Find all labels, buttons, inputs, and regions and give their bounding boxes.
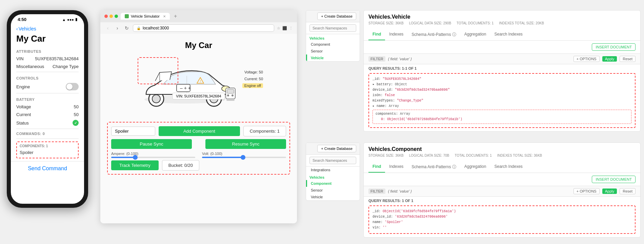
vehicle-item-bottom[interactable]: Vehicle [306, 194, 360, 200]
add-component-button[interactable]: Add Component [159, 126, 240, 136]
vehicle-document: _id: "5UXFE83578L342684" ▸ battery: Obje… [368, 73, 636, 128]
send-command-button[interactable]: Send Command [11, 161, 84, 176]
vehicle-collection-meta: STORAGE SIZE: 36KB LOGICAL DATA SIZE: 29… [368, 21, 636, 25]
slider-row: Ampere: (0-100) Volt: (0-100) [111, 152, 286, 158]
tab-indexes-top[interactable]: Indexes [385, 30, 407, 40]
ampere-thumb[interactable] [133, 155, 138, 160]
tab-schema-top[interactable]: Schema Anti-Patterns ⓘ [407, 30, 460, 40]
tab-find-top[interactable]: Find [368, 30, 385, 40]
controls-area: Add Component Components: 1 Pause Sync R… [107, 122, 290, 175]
search-ns-top [306, 22, 360, 34]
apply-button-bottom[interactable]: Apply [602, 188, 617, 194]
divider-1 [16, 72, 79, 72]
browser-tab[interactable]: Vehicle Simulator ✕ [121, 13, 170, 20]
back-nav-icon[interactable]: ‹ [104, 25, 111, 31]
apply-button-top[interactable]: Apply [602, 56, 617, 62]
sensor-item-top[interactable]: Sensor [306, 48, 360, 54]
pause-sync-button[interactable]: Pause Sync [111, 139, 192, 149]
phone-mockup: 4:50 ▲ ●●● ▮ ‹ Vehicles My Car ATTRIBUTE… [7, 10, 88, 208]
tab-aggregation-top[interactable]: Aggregation [460, 30, 490, 40]
filter-input-bottom[interactable]: { field: 'value' } [388, 189, 571, 193]
tab-schema-bottom[interactable]: Schema Anti-Patterns ⓘ [407, 162, 460, 173]
forward-nav-icon[interactable]: › [114, 25, 121, 31]
voltage-label: Voltage [16, 104, 31, 109]
menu-icon[interactable]: ⋮ [289, 26, 293, 30]
engine-badge: Engine off [242, 83, 263, 88]
reset-button-top[interactable]: Reset [620, 56, 636, 62]
misc-row: Miscellaneous Change Type [11, 63, 84, 70]
resume-sync-button[interactable]: Resume Sync [205, 139, 286, 149]
search-namespaces-bottom[interactable] [309, 157, 356, 164]
top-mongo-row: + Create Database Vehicles Component Sen… [306, 10, 641, 137]
new-tab-icon[interactable]: + [174, 13, 177, 19]
doc-battery: Object [395, 83, 407, 86]
vehicles-group-label-bottom: Vehicles [306, 173, 360, 180]
sensor-item-bottom[interactable]: Sensor [306, 187, 360, 194]
signal-icon: ●●● [67, 18, 74, 22]
browser-window: Vehicle Simulator ✕ + ‹ › ↻ 🔒 localhost:… [100, 10, 297, 223]
spoiler-input[interactable] [111, 127, 155, 136]
tab-search-bottom[interactable]: Search Indexes [490, 162, 526, 173]
reset-button-bottom[interactable]: Reset [620, 188, 636, 194]
component-collection-header: Vehicles.Component STORAGE SIZE: 36KB LO… [364, 143, 640, 162]
address-bar[interactable]: 🔒 localhost:3000 [133, 24, 274, 32]
ampere-label: Ampere: (0-100) [111, 152, 195, 156]
extension-icon[interactable]: ⬛ [282, 26, 287, 30]
component-collection-title: Vehicles.Component [368, 146, 636, 152]
browser-toolbar-icons: ☆ ⬛ ⋮ [277, 26, 293, 30]
top-toolbar: + Create Database [306, 10, 360, 22]
attributes-section-label: ATTRIBUTES [11, 47, 84, 55]
wifi-icon: ▲ [62, 18, 66, 22]
tab-aggregation-bottom[interactable]: Aggregation [460, 162, 490, 173]
component-item-top[interactable]: Component [306, 41, 360, 48]
doc-components: 0: ObjectId('6b3d787268d584fe79ff16a1b') [381, 117, 462, 121]
status-row: Status [11, 118, 84, 127]
minimize-icon[interactable] [109, 15, 113, 18]
bookmark-icon[interactable]: ☆ [277, 26, 280, 30]
comp-storage-size: STORAGE SIZE: 36KB [368, 154, 404, 157]
integrations-item-bottom[interactable]: Integrations [306, 167, 360, 173]
create-db-button-bottom[interactable]: + Create Database [317, 145, 356, 152]
maximize-icon[interactable] [115, 15, 118, 18]
svg-rect-11 [227, 89, 234, 93]
tab-search-top[interactable]: Search Indexes [490, 30, 526, 40]
controls-section-label: CONTROLS [11, 73, 84, 82]
vin-row: VIN 5UXFE83578L342684 [11, 55, 84, 63]
volt-track [202, 157, 286, 158]
engine-toggle[interactable] [66, 83, 79, 90]
insert-document-button-top[interactable]: INSERT DOCUMENT [592, 43, 636, 51]
vin-badge: VIN: 5UXFE83578L342684 [172, 93, 225, 99]
current-value: 50 [74, 112, 79, 117]
back-button[interactable]: ‹ Vehicles [16, 26, 36, 31]
vehicle-item-top[interactable]: Vehicle [306, 54, 360, 61]
options-button-top[interactable]: + OPTIONS [573, 56, 600, 62]
tab-indexes-bottom[interactable]: Indexes [385, 162, 407, 173]
volt-fill [202, 157, 244, 158]
doc-name-top: Array [389, 104, 399, 108]
component-item-bottom[interactable]: Component [306, 180, 360, 187]
insert-document-button-bottom[interactable]: INSERT DOCUMENT [592, 176, 636, 183]
search-namespaces-top[interactable] [309, 24, 356, 32]
commands-label: COMMANDS: 0 [11, 130, 84, 137]
misc-value: Change Type [53, 64, 79, 69]
browser-content: My Car [100, 34, 297, 223]
status-icons: ▲ ●●● ▮ [62, 17, 77, 22]
tab-close-icon[interactable]: ✕ [163, 15, 166, 18]
phone-navigation[interactable]: ‹ Vehicles [11, 23, 84, 33]
components-box: COMPONENTS: 1 Spoiler [16, 141, 79, 158]
track-telemetry-button[interactable]: Track Telemetry [111, 160, 159, 170]
comp-indexes-total: INDEXES TOTAL SIZE: 36KB [497, 154, 542, 157]
tab-find-bottom[interactable]: Find [368, 162, 385, 173]
refresh-icon[interactable]: ↻ [123, 25, 130, 31]
bucket-display: Bucket: 0/20 [162, 160, 199, 171]
component-collection-panel: Vehicles.Component STORAGE SIZE: 36KB LO… [363, 142, 641, 238]
volt-thumb[interactable] [241, 155, 245, 160]
lock-icon: 🔒 [137, 26, 141, 30]
query-results-label-bottom: QUERY RESULTS: 1 OF 1 [364, 197, 640, 203]
filter-input-top[interactable]: { field: 'value' } [388, 57, 571, 61]
current-row: Current 50 [11, 111, 84, 118]
options-button-bottom[interactable]: + OPTIONS [573, 188, 600, 194]
close-icon[interactable] [104, 15, 108, 18]
storage-size: STORAGE SIZE: 36KB [368, 21, 404, 25]
create-db-button-top[interactable]: + Create Database [317, 13, 356, 20]
